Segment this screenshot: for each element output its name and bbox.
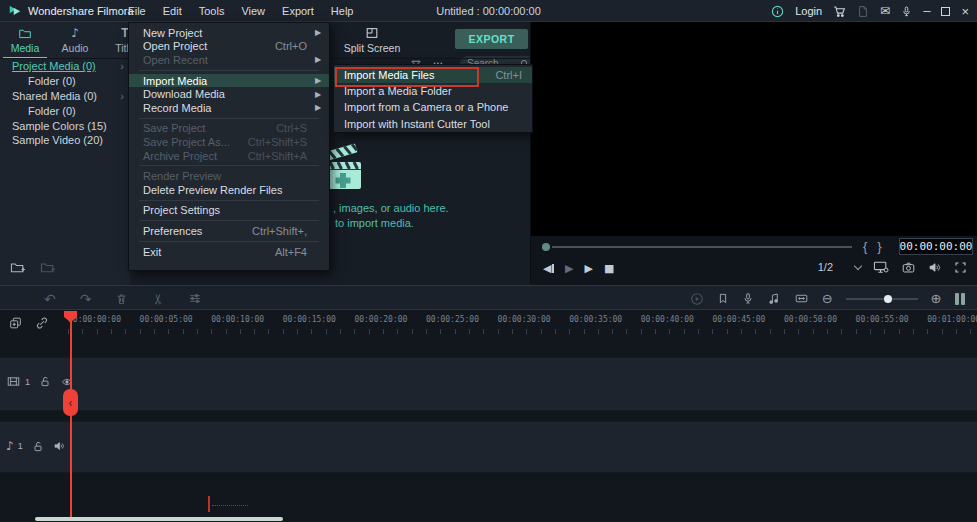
library-tree-item[interactable]: Folder (0) › <box>0 103 130 118</box>
submenu-item-label: Import with Instant Cutter Tool <box>344 118 522 130</box>
previous-frame-button[interactable]: ◀ <box>543 262 554 275</box>
library-tree-item[interactable]: Sample Colors (15) › <box>0 118 130 133</box>
split-screen-label: Split Screen <box>344 42 401 54</box>
library-tree-item[interactable]: Shared Media (0) › <box>0 89 130 104</box>
zoom-slider-handle[interactable] <box>884 295 892 303</box>
playhead-grip[interactable]: ‹ <box>63 389 78 416</box>
submenu-item[interactable]: Import a Media Folder <box>334 83 532 99</box>
filmora-logo-icon <box>8 4 22 18</box>
ruler-timecode-label: 00:00:05:00 <box>140 315 193 324</box>
close-button[interactable]: × <box>961 4 969 19</box>
microphone-icon[interactable] <box>901 5 912 18</box>
file-menu-item[interactable]: Preferences Ctrl+Shift+, ▶ <box>129 224 329 238</box>
menu-item-label: Exit <box>143 246 275 258</box>
scrubber-track[interactable] <box>552 246 852 248</box>
file-menu-item[interactable]: Record Media ▶ <box>129 101 329 115</box>
video-display[interactable] <box>531 22 977 236</box>
display-device-icon[interactable] <box>873 260 889 274</box>
login-button[interactable]: Login <box>795 5 822 17</box>
library-tree-item[interactable]: Folder (0) › <box>0 74 130 89</box>
file-menu-item[interactable]: Download Media ▶ <box>129 87 329 101</box>
volume-icon[interactable] <box>928 261 942 274</box>
video-track-lane[interactable] <box>0 357 977 411</box>
submenu-item[interactable]: Import with Instant Cutter Tool <box>334 116 532 132</box>
file-menu-item[interactable]: Save Project Ctrl+S ▶ <box>129 122 329 136</box>
submenu-item[interactable]: Import from a Camera or a Phone <box>334 99 532 115</box>
feedback-envelope-icon[interactable]: ✉ <box>880 4 890 18</box>
marker-icon[interactable] <box>717 292 729 305</box>
file-menu-item[interactable]: Open Recent ▶ <box>129 53 329 67</box>
file-menu-item[interactable]: Delete Preview Render Files ▶ <box>129 183 329 197</box>
file-menu-item[interactable]: New Project ▶ <box>129 26 329 40</box>
lock-icon[interactable] <box>39 375 51 388</box>
next-frame-button[interactable]: ▶ <box>584 262 592 275</box>
file-menu-item[interactable]: Save Project As... Ctrl+Shift+S ▶ <box>129 135 329 149</box>
timeline-zoom-slider[interactable] <box>846 293 918 305</box>
file-menu-item[interactable]: Open Project Ctrl+O ▶ <box>129 40 329 54</box>
menubar-item[interactable]: Tools <box>199 5 225 17</box>
menu-item-label: Project Settings <box>143 204 307 216</box>
dual-pane-icon[interactable] <box>955 293 966 305</box>
menu-item-label: Preferences <box>143 225 252 237</box>
lock-icon[interactable] <box>32 440 44 453</box>
file-menu-item[interactable]: ▶ <box>129 67 329 74</box>
play-button[interactable]: ▶ <box>565 262 573 275</box>
titlebar-right: Login ✉ – × <box>771 0 969 22</box>
mark-in-icon[interactable]: { <box>863 239 867 254</box>
cart-icon[interactable] <box>833 5 846 18</box>
menubar-item[interactable]: Export <box>282 5 314 17</box>
menu-item-label: Open Project <box>143 40 275 52</box>
add-folder-icon[interactable] <box>10 260 26 274</box>
file-menu-item[interactable]: ▶ <box>129 238 329 245</box>
menubar-item[interactable]: Edit <box>163 5 182 17</box>
menu-item-label: Open Recent <box>143 54 307 66</box>
library-tree-item[interactable]: Project Media (0) › <box>0 59 130 74</box>
video-track-header: 1 <box>6 375 74 388</box>
mark-out-icon[interactable]: } <box>877 239 881 254</box>
menubar-item[interactable]: View <box>241 5 265 17</box>
eye-icon[interactable] <box>60 376 74 388</box>
file-menu-item[interactable]: Project Settings ▶ <box>129 204 329 218</box>
file-menu-item[interactable]: ▶ <box>129 197 329 204</box>
scrubber-handle[interactable] <box>542 243 550 251</box>
zoom-out-icon[interactable]: ⊖ <box>822 291 833 306</box>
zoom-in-icon[interactable]: ⊕ <box>931 291 942 306</box>
voiceover-mic-icon[interactable] <box>742 292 754 305</box>
stop-button[interactable]: ■ <box>604 262 614 275</box>
ruler-ticks[interactable] <box>68 329 977 334</box>
chevron-right-icon[interactable]: › <box>120 90 124 102</box>
document-icon <box>857 5 869 18</box>
file-menu-item[interactable]: Render Preview ▶ <box>129 169 329 183</box>
library-tree-item[interactable]: Sample Video (20) › <box>0 133 130 148</box>
audio-track-lane[interactable] <box>0 421 977 473</box>
mute-speaker-icon[interactable] <box>53 440 66 452</box>
snapshot-camera-icon[interactable] <box>901 261 916 274</box>
maximize-button[interactable] <box>941 7 950 16</box>
ruler-timecode-label: 00:01:00:00 <box>927 315 977 324</box>
playback-quality-dropdown[interactable]: 1/2 <box>818 261 861 273</box>
timeline-scrollbar[interactable] <box>35 517 283 521</box>
file-menu-item[interactable]: Exit Alt+F4 ▶ <box>129 245 329 259</box>
tab-audio[interactable]: ♪ Audio <box>50 24 100 56</box>
file-menu-item[interactable]: Archive Project Ctrl+Shift+A ▶ <box>129 149 329 163</box>
submenu-item[interactable]: Import Media Files Ctrl+I <box>334 67 532 83</box>
tab-media[interactable]: Media <box>0 24 50 56</box>
export-button[interactable]: EXPORT <box>455 29 528 49</box>
menu-item-shortcut: Ctrl+O <box>275 40 307 52</box>
audio-mixer-icon[interactable] <box>767 292 781 305</box>
tab-split-screen[interactable]: Split Screen <box>340 26 404 54</box>
audio-track-header: ♪ 1 <box>6 439 66 453</box>
menubar-item[interactable]: File <box>128 5 146 17</box>
file-menu-item[interactable]: ▶ <box>129 115 329 122</box>
minimize-button[interactable]: – <box>923 7 930 15</box>
file-menu-item[interactable]: ▶ <box>129 162 329 169</box>
menu-item-label: Archive Project <box>143 150 248 162</box>
zoom-to-fit-icon[interactable] <box>794 292 809 305</box>
tree-item-label: Sample Video (20) <box>12 134 103 146</box>
info-icon[interactable] <box>771 5 784 18</box>
file-menu-item[interactable]: Import Media ▶ <box>129 74 329 88</box>
menubar-item[interactable]: Help <box>331 5 354 17</box>
fullscreen-icon[interactable] <box>954 261 967 274</box>
file-menu-item[interactable]: ▶ <box>129 217 329 224</box>
chevron-right-icon[interactable]: › <box>120 60 124 72</box>
